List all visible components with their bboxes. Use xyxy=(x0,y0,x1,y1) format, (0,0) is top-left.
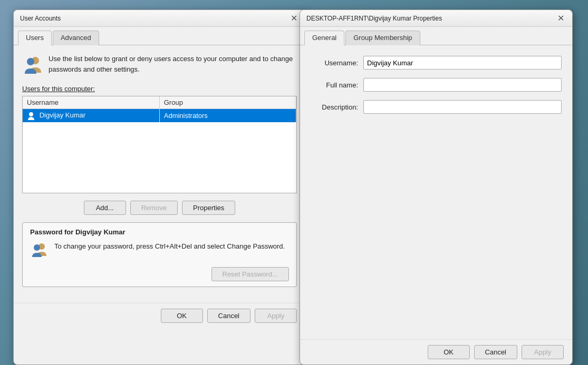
password-text: To change your password, press Ctrl+Alt+… xyxy=(54,241,285,252)
users-table: Username Group Digvijay Kumar Ad xyxy=(23,96,296,122)
apply-button-1[interactable]: Apply xyxy=(255,309,297,323)
password-section: Password for Digvijay Kumar To change yo… xyxy=(22,222,297,287)
cancel-button-2[interactable]: Cancel xyxy=(474,345,517,359)
dialog2-bottom-buttons: OK Cancel Apply xyxy=(300,339,572,364)
table-row[interactable]: Digvijay Kumar Administrators xyxy=(23,109,296,122)
username-label: Username: xyxy=(311,59,363,67)
properties-dialog: DESKTOP-AFF1RNT\Digvijay Kumar Propertie… xyxy=(300,9,573,365)
tab-strip-1: Users Advanced xyxy=(14,27,305,45)
close-button-1[interactable]: ✕ xyxy=(288,13,299,24)
dialog2-title: DESKTOP-AFF1RNT\Digvijay Kumar Propertie… xyxy=(306,15,442,22)
description-input[interactable] xyxy=(363,100,562,114)
ok-button-1[interactable]: OK xyxy=(161,309,203,323)
close-button-2[interactable]: ✕ xyxy=(555,13,566,24)
properties-button[interactable]: Properties xyxy=(182,201,235,215)
apply-button-2[interactable]: Apply xyxy=(522,345,564,359)
col-group: Group xyxy=(159,96,296,109)
title-bar-2: DESKTOP-AFF1RNT\Digvijay Kumar Propertie… xyxy=(300,10,572,27)
info-section: Use the list below to grant or deny user… xyxy=(22,54,297,76)
action-buttons: Add... Remove Properties xyxy=(22,201,297,215)
tab-users[interactable]: Users xyxy=(18,31,52,45)
users-table-container: Username Group Digvijay Kumar Ad xyxy=(22,96,297,193)
tab-advanced[interactable]: Advanced xyxy=(53,31,99,45)
reset-password-button[interactable]: Reset Password... xyxy=(211,267,290,281)
group-cell: Administrators xyxy=(159,109,296,122)
add-button[interactable]: Add... xyxy=(84,201,126,215)
user-cell: Digvijay Kumar xyxy=(23,109,159,122)
tab-group-membership[interactable]: Group Membership xyxy=(345,31,420,45)
description-row: Description: xyxy=(311,100,562,114)
svg-point-1 xyxy=(27,58,34,65)
props-content: Username: Full name: Description: xyxy=(300,45,572,127)
tab-general[interactable]: General xyxy=(304,31,344,45)
info-text: Use the list below to grant or deny user… xyxy=(49,54,297,74)
fullname-label: Full name: xyxy=(311,81,363,89)
svg-point-2 xyxy=(29,112,33,116)
remove-button[interactable]: Remove xyxy=(130,201,178,215)
section-label: Users for this computer: xyxy=(22,85,297,93)
svg-point-4 xyxy=(34,244,40,251)
dialog1-content: Use the list below to grant or deny user… xyxy=(14,45,305,303)
password-info: To change your password, press Ctrl+Alt+… xyxy=(30,241,289,262)
dialog1-title: User Accounts xyxy=(20,15,61,22)
fullname-input[interactable] xyxy=(363,78,562,92)
username-input[interactable] xyxy=(363,56,562,70)
dialog1-bottom-buttons: OK Cancel Apply xyxy=(14,303,305,328)
ok-button-2[interactable]: OK xyxy=(428,345,470,359)
user-accounts-dialog: User Accounts ✕ Users Advanced xyxy=(13,9,306,365)
users-icon xyxy=(22,54,43,76)
username-row: Username: xyxy=(311,56,562,70)
lock-icon xyxy=(30,241,49,262)
tab-strip-2: General Group Membership xyxy=(300,27,572,45)
description-label: Description: xyxy=(311,103,363,111)
fullname-row: Full name: xyxy=(311,78,562,92)
title-bar-1: User Accounts ✕ xyxy=(14,10,305,27)
cancel-button-1[interactable]: Cancel xyxy=(207,309,250,323)
reset-btn-row: Reset Password... xyxy=(30,267,289,281)
password-section-title: Password for Digvijay Kumar xyxy=(30,228,289,236)
col-username: Username xyxy=(23,96,159,109)
